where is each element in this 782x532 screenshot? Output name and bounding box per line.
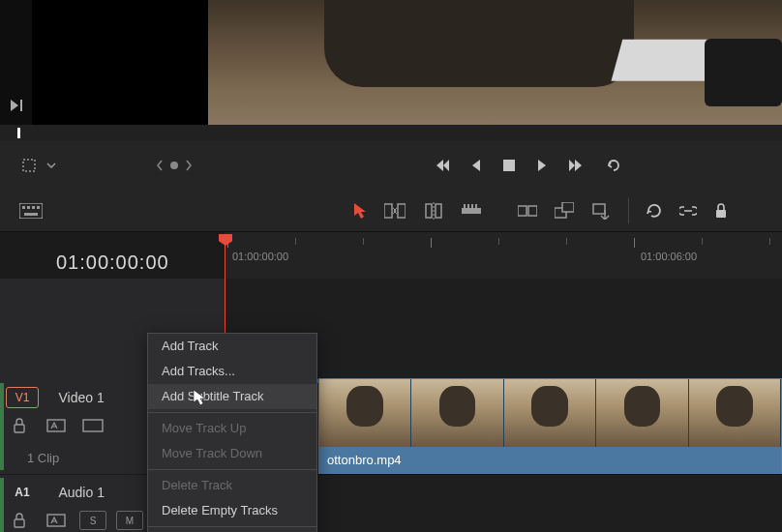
svg-rect-8 — [384, 204, 392, 218]
selection-tool-icon[interactable] — [353, 202, 367, 220]
lock-icon[interactable] — [714, 203, 728, 219]
svg-rect-24 — [15, 425, 24, 432]
viewer-frame[interactable] — [208, 0, 782, 125]
viewer-sidebar — [0, 0, 32, 125]
audio-track-name: Audio 1 — [58, 485, 104, 500]
next-icon[interactable] — [185, 160, 193, 171]
svg-rect-19 — [528, 206, 537, 216]
svg-rect-15 — [467, 204, 469, 208]
menu-item-move-track-up: Move Track Up — [148, 416, 316, 441]
menu-item-delete-empty-tracks[interactable]: Delete Empty Tracks — [148, 498, 316, 523]
keyboard-icon[interactable] — [19, 203, 43, 219]
clip-count-label: 1 Clip — [27, 451, 59, 465]
svg-rect-10 — [426, 204, 432, 218]
solo-toggle[interactable]: S — [79, 511, 106, 530]
crop-dropdown[interactable] — [21, 158, 56, 173]
razor-tool-icon[interactable] — [462, 204, 481, 218]
menu-item-add-track[interactable]: Add Track — [148, 334, 316, 359]
v1-badge[interactable]: V1 — [6, 387, 39, 408]
loop-icon[interactable] — [606, 159, 623, 172]
step-back-icon[interactable] — [470, 159, 482, 172]
svg-rect-17 — [475, 204, 477, 208]
link-icon[interactable] — [679, 206, 697, 216]
timecode-value: 01:00:00:00 — [56, 251, 169, 274]
clip-filename: ottonbro.mp4 — [319, 447, 781, 475]
viewer-panel — [0, 0, 782, 125]
menu-item-add-tracks[interactable]: Add Tracks... — [148, 359, 316, 384]
svg-rect-0 — [23, 160, 35, 171]
nav-dot[interactable] — [170, 162, 178, 169]
audio-auto-icon[interactable] — [43, 511, 70, 530]
insert-tool-icon[interactable] — [518, 202, 537, 220]
replace-tool-icon[interactable] — [591, 202, 611, 220]
ruler-label: 01:00:00:00 — [232, 251, 288, 262]
audio-lock-icon[interactable] — [6, 511, 33, 530]
menu-item-add-subtitle-track[interactable]: Add Subtitle Track — [148, 384, 316, 409]
video-track-name: Video 1 — [58, 390, 104, 405]
track-visible-icon[interactable] — [79, 416, 106, 435]
svg-rect-18 — [518, 206, 526, 216]
svg-rect-2 — [19, 203, 43, 219]
a1-badge[interactable]: A1 — [6, 482, 39, 503]
scrub-head[interactable] — [17, 128, 20, 138]
trim-tool-icon[interactable] — [384, 202, 406, 220]
context-menu: Add TrackAdd Tracks...Add Subtitle Track… — [147, 333, 317, 532]
track-auto-icon[interactable] — [43, 416, 70, 435]
svg-rect-23 — [716, 210, 726, 218]
svg-rect-3 — [22, 206, 25, 209]
cursor-icon — [193, 389, 206, 406]
svg-rect-5 — [32, 206, 35, 209]
svg-rect-6 — [37, 206, 40, 209]
svg-rect-21 — [562, 202, 574, 212]
prev-icon[interactable] — [156, 160, 164, 171]
timecode-display[interactable]: 01:00:00:00 — [0, 232, 225, 279]
control-row-2 — [0, 190, 782, 232]
timeline-panel: 01:00:00:00 01:00:00:00 01:00:06:00 V1 V… — [0, 232, 782, 532]
svg-rect-13 — [462, 208, 481, 214]
timeline-ruler[interactable]: 01:00:00:00 01:00:06:00 — [225, 232, 782, 279]
track-lock-icon[interactable] — [6, 416, 33, 435]
svg-rect-27 — [15, 519, 24, 527]
skip-end-icon[interactable] — [10, 99, 23, 112]
play-icon[interactable] — [536, 159, 548, 172]
svg-rect-16 — [471, 204, 473, 208]
jump-start-icon[interactable] — [434, 159, 449, 172]
control-row-1 — [0, 141, 782, 190]
menu-item-delete-track: Delete Track — [148, 473, 316, 498]
ruler-label: 01:00:06:00 — [641, 251, 697, 262]
jump-end-icon[interactable] — [569, 159, 585, 172]
overwrite-tool-icon[interactable] — [555, 202, 574, 220]
svg-rect-11 — [436, 204, 441, 218]
svg-rect-14 — [464, 204, 466, 208]
chevron-down-icon — [46, 163, 56, 168]
mute-toggle[interactable]: M — [116, 511, 143, 530]
svg-rect-1 — [503, 160, 515, 171]
scrub-bar[interactable] — [0, 125, 782, 141]
menu-item-move-track-down: Move Track Down — [148, 441, 316, 466]
video-clip[interactable]: ottonbro.mp4 — [318, 378, 782, 475]
svg-rect-26 — [83, 420, 103, 431]
stop-icon[interactable] — [503, 160, 515, 171]
svg-rect-9 — [398, 204, 406, 218]
blade-tool-icon[interactable] — [423, 202, 444, 220]
svg-rect-22 — [593, 204, 605, 214]
refresh-icon[interactable] — [647, 203, 662, 219]
svg-rect-4 — [27, 206, 30, 209]
svg-rect-7 — [24, 213, 38, 216]
